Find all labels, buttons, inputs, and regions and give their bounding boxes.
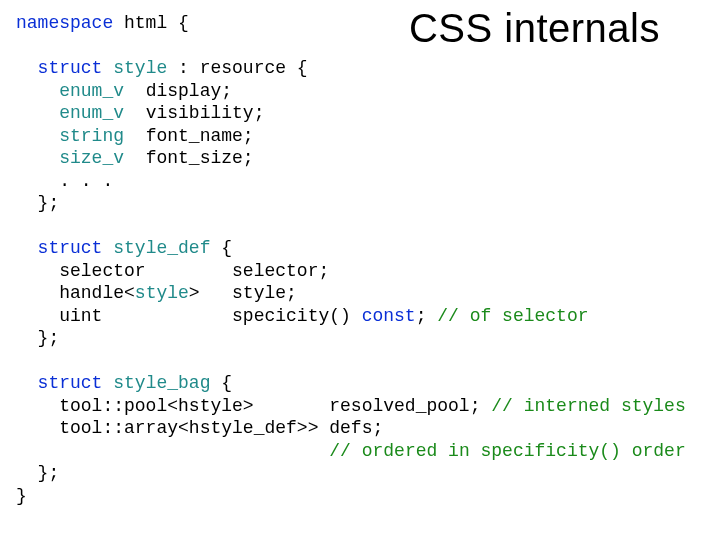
code-text <box>102 373 113 393</box>
slide: CSS internals namespace html { struct st… <box>0 0 720 540</box>
code-ellipsis: . . . <box>16 171 113 191</box>
code-text: selector selector; <box>16 261 329 281</box>
typename-style: style <box>113 58 167 78</box>
code-text: > style; <box>189 283 297 303</box>
code-text: }; <box>16 328 59 348</box>
code-text: uint specicity() <box>16 306 362 326</box>
code-text: { <box>210 373 232 393</box>
code-text <box>102 238 113 258</box>
typename-style: style <box>135 283 189 303</box>
code-block: namespace html { struct style : resource… <box>16 12 686 507</box>
code-text: ; <box>416 306 438 326</box>
code-text: tool::array<hstyle_def>> defs; <box>16 418 383 438</box>
code-text: } <box>16 486 27 506</box>
typename-enum-v: enum_v <box>59 103 124 123</box>
kw-struct: struct <box>16 373 102 393</box>
code-text <box>102 58 113 78</box>
indent <box>16 148 59 168</box>
indent <box>16 81 59 101</box>
code-text: display; <box>124 81 232 101</box>
comment: // interned styles <box>491 396 685 416</box>
code-text: font_name; <box>124 126 254 146</box>
typename-style-bag: style_bag <box>113 373 210 393</box>
typename-string: string <box>59 126 124 146</box>
code-text: { <box>210 238 232 258</box>
comment: // of selector <box>437 306 588 326</box>
code-text: tool::pool<hstyle> resolved_pool; <box>16 396 491 416</box>
code-text: handle< <box>16 283 135 303</box>
kw-struct: struct <box>16 58 102 78</box>
indent <box>16 126 59 146</box>
comment: // ordered in specificity() order <box>329 441 685 461</box>
indent <box>16 103 59 123</box>
kw-namespace: namespace <box>16 13 113 33</box>
typename-size-v: size_v <box>59 148 124 168</box>
code-text: }; <box>16 463 59 483</box>
kw-struct: struct <box>16 238 102 258</box>
kw-const: const <box>362 306 416 326</box>
code-text: }; <box>16 193 59 213</box>
typename-enum-v: enum_v <box>59 81 124 101</box>
code-text: : resource { <box>167 58 307 78</box>
indent <box>16 441 329 461</box>
typename-style-def: style_def <box>113 238 210 258</box>
code-text: html { <box>113 13 189 33</box>
code-text: font_size; <box>124 148 254 168</box>
code-text: visibility; <box>124 103 264 123</box>
